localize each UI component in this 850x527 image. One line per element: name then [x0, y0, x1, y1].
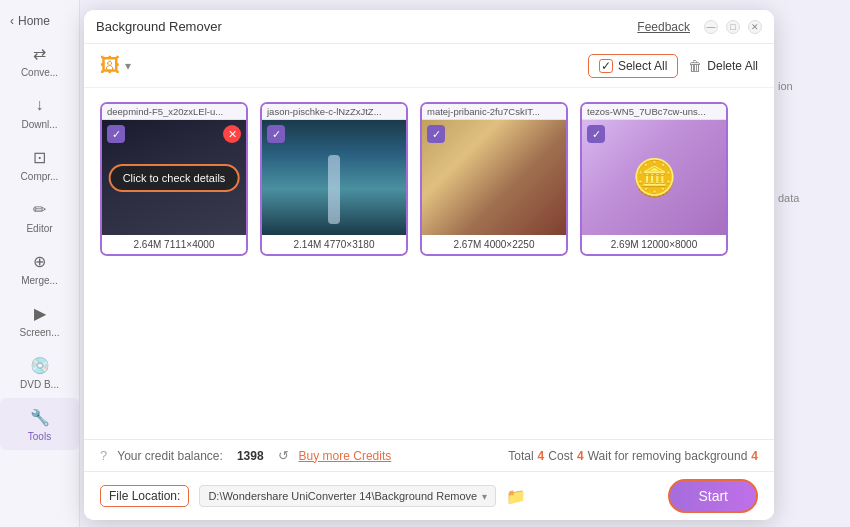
dialog-title: Background Remover — [96, 19, 629, 34]
image-info: 2.64M 7111×4000 — [102, 235, 246, 254]
credit-label: Your credit balance: — [117, 449, 223, 463]
image-dim-val: 7111×4000 — [164, 239, 214, 250]
wait-label: Wait for removing background — [588, 449, 748, 463]
sidebar-item-label: Conve... — [21, 67, 58, 78]
image-size: 2.69M — [611, 239, 639, 250]
compress-icon: ⊡ — [33, 148, 46, 167]
credit-value: 1398 — [237, 449, 264, 463]
sidebar-item-label: Editor — [26, 223, 52, 234]
image-info: 2.69M 12000×8000 — [582, 235, 726, 254]
wait-value: 4 — [751, 449, 758, 463]
cost-label: Cost — [548, 449, 573, 463]
image-info: 2.14M 4770×3180 — [262, 235, 406, 254]
sidebar-item-label: DVD B... — [20, 379, 59, 390]
download-icon: ↓ — [36, 96, 44, 114]
selected-checkbox: ✓ — [427, 125, 445, 143]
sidebar-item-convert[interactable]: ⇄ Conve... — [0, 34, 79, 86]
sidebar-item-screen[interactable]: ▶ Screen... — [0, 294, 79, 346]
minimize-button[interactable]: — — [704, 20, 718, 34]
footer-stats: Total 4 Cost 4 Wait for removing backgro… — [508, 449, 758, 463]
remove-image-button[interactable]: ✕ — [223, 125, 241, 143]
sidebar-home-label: Home — [18, 14, 50, 28]
sidebar-item-download[interactable]: ↓ Downl... — [0, 86, 79, 138]
sidebar-item-merge[interactable]: ⊕ Merge... — [0, 242, 79, 294]
main-area: Background Remover Feedback — □ ✕ 🖼 ▾ ✓ … — [80, 0, 850, 527]
sidebar-back-button[interactable]: ‹ Home — [0, 8, 79, 34]
select-all-checkbox: ✓ — [599, 59, 613, 73]
select-all-label: Select All — [618, 59, 667, 73]
image-card[interactable]: tezos-WN5_7UBc7cw-uns... ✓ 🪙 2.69M 12000… — [580, 102, 728, 256]
image-size: 2.14M — [294, 239, 322, 250]
right-panel: ion data — [770, 0, 850, 527]
delete-all-label: Delete All — [707, 59, 758, 73]
selected-checkbox: ✓ — [267, 125, 285, 143]
sidebar-item-label: Tools — [28, 431, 51, 442]
sidebar-item-dvd[interactable]: 💿 DVD B... — [0, 346, 79, 398]
sidebar-item-label: Merge... — [21, 275, 58, 286]
convert-icon: ⇄ — [33, 44, 46, 63]
image-thumbnail: ✓ — [262, 120, 406, 235]
selected-checkbox: ✓ — [587, 125, 605, 143]
dialog-footer: ? Your credit balance: 1398 ↺ Buy more C… — [84, 439, 774, 471]
maximize-button[interactable]: □ — [726, 20, 740, 34]
start-button[interactable]: Start — [668, 479, 758, 513]
file-location-row: File Location: D:\Wondershare UniConvert… — [84, 471, 774, 520]
sidebar-item-tools[interactable]: 🔧 Tools — [0, 398, 79, 450]
add-files-button[interactable]: 🖼 ▾ — [100, 54, 131, 77]
merge-icon: ⊕ — [33, 252, 46, 271]
dialog-toolbar: 🖼 ▾ ✓ Select All 🗑 Delete All — [84, 44, 774, 88]
sidebar-item-label: Screen... — [19, 327, 59, 338]
image-thumbnail: ✓ — [422, 120, 566, 235]
folder-browse-icon[interactable]: 📁 — [506, 487, 526, 506]
image-grid: deepmind-F5_x20zxLEl-u... ✓ ✕ Click to c… — [84, 88, 774, 439]
select-all-button[interactable]: ✓ Select All — [588, 54, 678, 78]
buy-more-credits-link[interactable]: Buy more Credits — [299, 449, 392, 463]
right-panel-ion: ion — [778, 80, 842, 92]
sidebar: ‹ Home ⇄ Conve... ↓ Downl... ⊡ Compr... … — [0, 0, 80, 527]
image-card[interactable]: deepmind-F5_x20zxLEl-u... ✓ ✕ Click to c… — [100, 102, 248, 256]
sidebar-item-label: Downl... — [21, 119, 57, 130]
check-details-overlay[interactable]: Click to check details — [109, 164, 240, 192]
feedback-link[interactable]: Feedback — [637, 20, 690, 34]
image-size: 2.67M — [454, 239, 482, 250]
add-caret-icon: ▾ — [125, 59, 131, 73]
dvd-icon: 💿 — [30, 356, 50, 375]
help-icon[interactable]: ? — [100, 448, 107, 463]
image-dim-val: 4000×2250 — [484, 239, 534, 250]
image-filename: jason-pischke-c-lNzZxJtZ... — [262, 104, 406, 120]
dialog-titlebar: Background Remover Feedback — □ ✕ — [84, 10, 774, 44]
right-panel-data: data — [778, 192, 842, 204]
back-icon: ‹ — [10, 14, 14, 28]
close-button[interactable]: ✕ — [748, 20, 762, 34]
cost-value: 4 — [577, 449, 584, 463]
sidebar-item-editor[interactable]: ✏ Editor — [0, 190, 79, 242]
image-dim-val: 12000×8000 — [641, 239, 697, 250]
file-location-path[interactable]: D:\Wondershare UniConverter 14\Backgroun… — [199, 485, 496, 507]
add-files-icon: 🖼 — [100, 54, 120, 77]
delete-all-button[interactable]: 🗑 Delete All — [688, 58, 758, 74]
sidebar-item-compress[interactable]: ⊡ Compr... — [0, 138, 79, 190]
image-thumbnail: ✓ 🪙 — [582, 120, 726, 235]
image-thumbnail: ✓ ✕ Click to check details — [102, 120, 246, 235]
tools-icon: 🔧 — [30, 408, 50, 427]
total-value: 4 — [538, 449, 545, 463]
file-location-path-text: D:\Wondershare UniConverter 14\Backgroun… — [208, 490, 477, 502]
fileloc-dropdown-icon[interactable]: ▾ — [482, 491, 487, 502]
sidebar-item-label: Compr... — [21, 171, 59, 182]
crypto-icon: 🪙 — [632, 157, 677, 199]
trash-icon: 🗑 — [688, 58, 702, 74]
screen-icon: ▶ — [34, 304, 46, 323]
total-label: Total — [508, 449, 533, 463]
image-filename: matej-pribanic-2fu7CskIT... — [422, 104, 566, 120]
image-size: 2.64M — [134, 239, 162, 250]
file-location-label: File Location: — [100, 485, 189, 507]
image-card[interactable]: jason-pischke-c-lNzZxJtZ... ✓ 2.14M 4770… — [260, 102, 408, 256]
image-dim-val: 4770×3180 — [324, 239, 374, 250]
background-remover-dialog: Background Remover Feedback — □ ✕ 🖼 ▾ ✓ … — [84, 10, 774, 520]
image-card[interactable]: matej-pribanic-2fu7CskIT... ✓ 2.67M 4000… — [420, 102, 568, 256]
selected-checkbox: ✓ — [107, 125, 125, 143]
editor-icon: ✏ — [33, 200, 46, 219]
image-info: 2.67M 4000×2250 — [422, 235, 566, 254]
image-filename: tezos-WN5_7UBc7cw-uns... — [582, 104, 726, 120]
refresh-icon[interactable]: ↺ — [278, 448, 289, 463]
